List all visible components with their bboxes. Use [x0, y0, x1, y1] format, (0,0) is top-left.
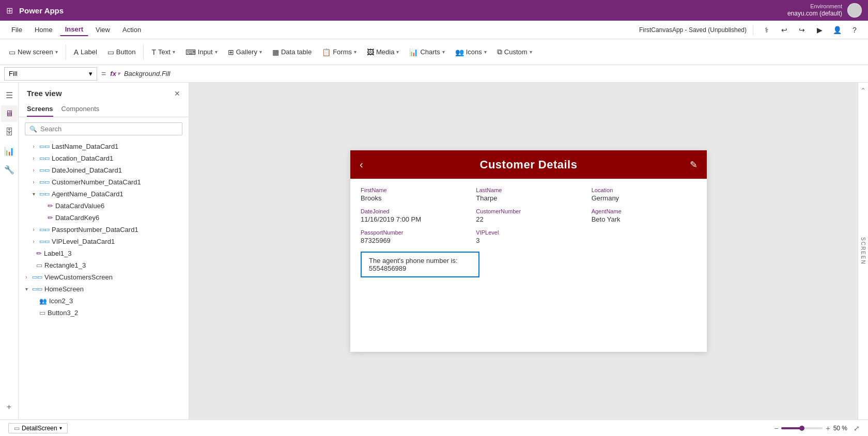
settings-icon[interactable]: 🔧: [1, 161, 18, 178]
tree-label: Rectangle1_3: [44, 261, 86, 269]
card-icon: ▭▭: [39, 238, 50, 245]
new-screen-button[interactable]: ▭ New screen ▾: [4, 42, 63, 62]
add-icon[interactable]: +: [1, 399, 18, 415]
menu-insert[interactable]: Insert: [60, 23, 88, 36]
button-button[interactable]: ▭ Button: [103, 42, 141, 62]
custom-button[interactable]: ⧉ Custom ▾: [492, 42, 537, 62]
right-panel-handle[interactable]: SCREEN ‹: [858, 83, 868, 419]
field-label: AgentName: [592, 208, 696, 214]
tree-item-icon23[interactable]: 👥 Icon2_3: [19, 295, 189, 307]
data-table-button[interactable]: ▦ Data table: [268, 42, 316, 62]
zoom-thumb[interactable]: [799, 426, 804, 431]
tree-item-rectangle13[interactable]: ▭ Rectangle1_3: [19, 259, 189, 271]
analytics-icon[interactable]: 📊: [1, 143, 18, 159]
tree-item-viplevel[interactable]: › ▭▭ VIPLevel_DataCard1: [19, 236, 189, 247]
user-check-icon[interactable]: 👤: [830, 23, 844, 37]
tree-label: VIPLevel_DataCard1: [52, 238, 115, 245]
tree-item-agentname[interactable]: ▾ ▭▭ AgentName_DataCard1: [19, 188, 189, 200]
zoom-fill: [781, 427, 802, 429]
tree-item-viewcustomers[interactable]: › ▭▭ ViewCustomersScreen: [19, 271, 189, 283]
toolbar: ▭ New screen ▾ A Label ▭ Button T Text ▾…: [0, 39, 868, 65]
input-button[interactable]: ⌨ Input ▾: [181, 42, 222, 62]
menu-action[interactable]: Action: [117, 24, 146, 36]
collapse-icon[interactable]: ‹: [860, 88, 867, 91]
field-value: 87325969: [361, 237, 466, 244]
screens-icon[interactable]: 🖥: [1, 105, 18, 122]
search-input[interactable]: [40, 125, 178, 133]
grid-icon[interactable]: ⊞: [6, 6, 13, 15]
back-button[interactable]: ‹: [360, 159, 363, 170]
tree-item-datejoined[interactable]: › ▭▭ DateJoined_DataCard1: [19, 164, 189, 176]
undo-icon[interactable]: ↩: [777, 23, 792, 37]
help-icon[interactable]: ?: [847, 23, 862, 37]
card-icon: ▭▭: [39, 167, 50, 174]
field-viplevel: VIPLevel 3: [476, 229, 581, 244]
edit-button[interactable]: ✎: [690, 159, 698, 170]
text-button[interactable]: T Text ▾: [147, 42, 179, 62]
tree-item-button32[interactable]: ▭ Button3_2: [19, 307, 189, 319]
fullscreen-button[interactable]: ⤢: [854, 424, 860, 432]
field-value: 11/16/2019 7:00 PM: [361, 215, 466, 223]
zoom-in-button[interactable]: +: [826, 424, 830, 432]
tree-item-homescreen[interactable]: ▾ ▭▭ HomeScreen: [19, 283, 189, 295]
gallery-button[interactable]: ⊞ Gallery ▾: [223, 42, 267, 62]
input-chevron: ▾: [215, 49, 218, 55]
chevron-icon: ›: [30, 155, 37, 161]
tree-item-customernumber[interactable]: › ▭▭ CustomerNumber_DataCard1: [19, 176, 189, 188]
field-value: 22: [476, 215, 581, 223]
field-agentname: AgentName Beto Yark: [592, 208, 696, 223]
sidebar-close-button[interactable]: ✕: [174, 89, 180, 98]
tree-item-datacardvalue6[interactable]: ✏ DataCardValue6: [19, 200, 189, 212]
card-icon: ▭▭: [39, 179, 50, 185]
zoom-value: 50 %: [833, 425, 847, 432]
screen-tab-icon: ▭: [14, 425, 20, 432]
tree-item-datacardkey6[interactable]: ✏ DataCardKey6: [19, 212, 189, 224]
tab-components[interactable]: Components: [61, 102, 100, 117]
menu-view[interactable]: View: [90, 24, 115, 36]
chevron-icon: ›: [30, 167, 37, 173]
tab-screens[interactable]: Screens: [27, 102, 53, 117]
redo-icon[interactable]: ↪: [795, 23, 809, 37]
saved-status: FirstCanvasApp - Saved (Unpublished): [639, 26, 747, 34]
tree-label: Button3_2: [48, 309, 78, 317]
media-button[interactable]: 🖼 Media ▾: [362, 42, 404, 62]
gallery-icon: ⊞: [228, 48, 234, 56]
card-icon: ▭▭: [39, 226, 50, 233]
property-dropdown[interactable]: Fill ▾: [4, 67, 97, 81]
icons-btn-label: Icons: [466, 48, 482, 56]
icons-button[interactable]: 👥 Icons ▾: [451, 42, 491, 62]
menu-file[interactable]: File: [6, 24, 27, 36]
tree-item-passportnumber[interactable]: › ▭▭ PassportNumber_DataCard1: [19, 224, 189, 236]
button-icon: ▭: [107, 48, 114, 56]
menu-home[interactable]: Home: [29, 24, 58, 36]
preview-icon[interactable]: ▶: [812, 23, 827, 37]
label-icon: A: [74, 48, 79, 56]
zoom-out-button[interactable]: −: [774, 424, 778, 432]
data-icon[interactable]: 🗄: [1, 124, 18, 141]
health-icon[interactable]: ⚕: [760, 23, 774, 37]
zoom-slider[interactable]: [781, 427, 823, 429]
tree-item-location[interactable]: › ▭▭ Location_DataCard1: [19, 152, 189, 164]
user-avatar[interactable]: [847, 3, 862, 18]
equals-sign: =: [101, 69, 106, 79]
environment-name: enayu.com (default): [787, 10, 842, 18]
media-icon: 🖼: [367, 48, 374, 56]
charts-button[interactable]: 📊 Charts ▾: [405, 42, 449, 62]
label-button[interactable]: A Label: [69, 42, 102, 62]
formula-input[interactable]: [124, 67, 864, 81]
tree-item-lastname[interactable]: › ▭▭ LastName_DataCard1: [19, 141, 189, 152]
forms-button[interactable]: 📋 Forms ▾: [317, 42, 361, 62]
tree-item-label13[interactable]: ✏ Label1_3: [19, 247, 189, 259]
field-value: Brooks: [361, 194, 466, 202]
screen-icon: ▭▭: [32, 274, 42, 281]
formula-bar: Fill ▾ = fx ▾: [0, 65, 868, 83]
fields-grid: FirstName Brooks LastName Tharpe Locatio…: [361, 187, 696, 244]
screen-tab-chevron[interactable]: ▾: [59, 425, 62, 431]
screen-icon: ▭▭: [32, 286, 42, 292]
bottom-bar: ▭ DetailScreen ▾ − + 50 % ⤢: [0, 419, 868, 436]
input-icon: ⌨: [185, 48, 196, 56]
chevron-icon: ›: [30, 227, 37, 232]
hamburger-button[interactable]: ☰: [1, 87, 18, 103]
tree-content: › ▭▭ LastName_DataCard1 › ▭▭ Location_Da…: [19, 141, 189, 419]
screen-tab[interactable]: ▭ DetailScreen ▾: [8, 423, 68, 433]
